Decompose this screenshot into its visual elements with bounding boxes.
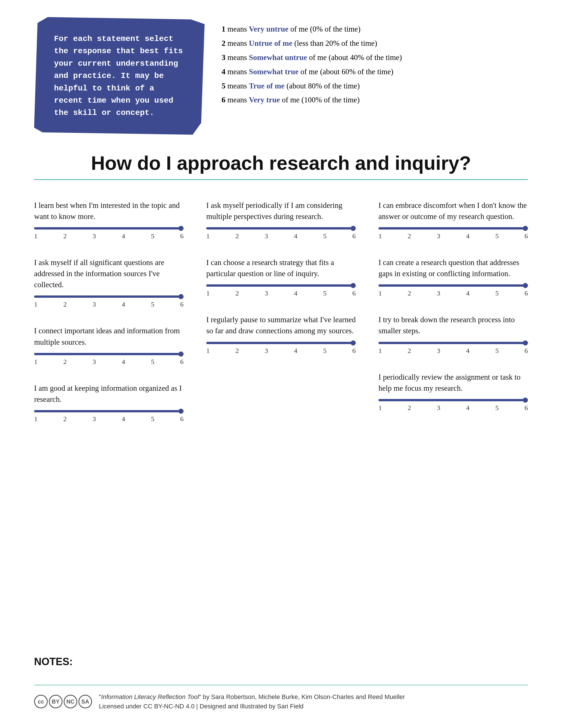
scale-label: 3 <box>437 289 440 297</box>
scale-item: 4 means Somewhat true of me (about 60% o… <box>222 65 528 78</box>
question-text: I can embrace discomfort when I don't kn… <box>378 200 528 222</box>
scale-label: 6 <box>524 232 528 240</box>
scale-bar-container[interactable]: 123456 <box>206 227 356 240</box>
scale-label: 6 <box>524 289 528 297</box>
scale-label: 2 <box>236 289 239 297</box>
scale-label: 6 <box>352 289 356 297</box>
scale-label: 1 <box>206 289 210 297</box>
scale-labels: 123456 <box>378 232 528 240</box>
scale-label: 4 <box>294 289 297 297</box>
question-block: I learn best when I'm interested in the … <box>34 200 184 240</box>
scale-track[interactable] <box>378 284 528 287</box>
column-3: I can embrace discomfort when I don't kn… <box>378 200 528 647</box>
scale-item: 6 means Very true of me (100% of the tim… <box>222 94 528 107</box>
notes-section: NOTES: <box>34 656 528 668</box>
scale-label: 5 <box>151 232 154 240</box>
question-block: I can create a research question that ad… <box>378 257 528 297</box>
scale-bar-container[interactable]: 123456 <box>34 353 184 366</box>
scale-label: 3 <box>93 301 96 308</box>
scale-label: 4 <box>122 232 125 240</box>
scale-bar-container[interactable]: 123456 <box>206 342 356 355</box>
by-icon: BY <box>49 695 63 708</box>
scale-bar-container[interactable]: 123456 <box>378 342 528 355</box>
scale-label: 5 <box>151 301 154 308</box>
question-text: I can create a research question that ad… <box>378 257 528 279</box>
scale-label: 5 <box>495 347 499 355</box>
scale-labels: 123456 <box>34 232 184 240</box>
scale-label: 5 <box>323 347 326 355</box>
scale-labels: 123456 <box>206 232 356 240</box>
footer-text: "Information Literacy Reflection Tool" b… <box>99 692 405 711</box>
scale-labels: 123456 <box>206 347 356 355</box>
question-block: I try to break down the research process… <box>378 314 528 354</box>
scale-track[interactable] <box>34 353 184 355</box>
question-text: I periodically review the assignment or … <box>378 372 528 394</box>
scale-item: 3 means Somewhat untrue of me (about 40%… <box>222 51 528 64</box>
scale-label: 2 <box>236 347 239 355</box>
scale-label: 2 <box>63 415 67 423</box>
scale-label: 3 <box>265 232 268 240</box>
question-block: I ask myself periodically if I am consid… <box>206 200 356 240</box>
scale-track[interactable] <box>378 342 528 344</box>
scale-bar-container[interactable]: 123456 <box>378 284 528 297</box>
scale-bar-container[interactable]: 123456 <box>378 227 528 240</box>
scale-label: 5 <box>151 415 154 423</box>
question-text: I try to break down the research process… <box>378 314 528 336</box>
scale-label: 1 <box>378 347 382 355</box>
question-block: I ask myself if all significant question… <box>34 257 184 308</box>
question-block: I am good at keeping information organiz… <box>34 383 184 423</box>
question-text: I ask myself periodically if I am consid… <box>206 200 356 222</box>
scale-labels: 123456 <box>378 404 528 412</box>
scale-label: 6 <box>352 347 356 355</box>
scale-label: 3 <box>437 404 440 412</box>
scale-bar-container[interactable]: 123456 <box>34 295 184 308</box>
scale-label: 6 <box>180 415 184 423</box>
scale-track[interactable] <box>378 399 528 401</box>
scale-bar-container[interactable]: 123456 <box>206 284 356 297</box>
scale-track[interactable] <box>206 284 356 287</box>
questions-grid: I learn best when I'm interested in the … <box>34 200 528 647</box>
column-1: I learn best when I'm interested in the … <box>34 200 184 647</box>
scale-track[interactable] <box>34 227 184 229</box>
scale-label: 4 <box>294 347 297 355</box>
question-text: I ask myself if all significant question… <box>34 257 184 290</box>
scale-track[interactable] <box>206 227 356 229</box>
scale-label: 1 <box>34 358 38 366</box>
scale-track[interactable] <box>34 410 184 412</box>
scale-label: 4 <box>122 415 125 423</box>
question-block: I connect important ideas and informatio… <box>34 325 184 365</box>
scale-bar-container[interactable]: 123456 <box>34 227 184 240</box>
scale-label: 3 <box>93 415 96 423</box>
scale-label: 5 <box>495 289 499 297</box>
scale-label: 4 <box>466 347 469 355</box>
scale-label: 6 <box>524 404 528 412</box>
scale-label: 4 <box>466 289 469 297</box>
scale-track[interactable] <box>34 295 184 298</box>
instruction-text: For each statement select the response t… <box>54 34 183 117</box>
question-text: I connect important ideas and informatio… <box>34 325 184 348</box>
scale-label: 1 <box>34 232 38 240</box>
scale-label: 1 <box>206 232 210 240</box>
question-block: I regularly pause to summarize what I've… <box>206 314 356 354</box>
scale-label: 4 <box>466 404 469 412</box>
scale-bar-container[interactable]: 123456 <box>34 410 184 423</box>
scale-label: 5 <box>495 232 499 240</box>
scale-label: 4 <box>122 301 125 308</box>
scale-bar-container[interactable]: 123456 <box>378 399 528 412</box>
scale-item: 1 means Very untrue of me (0% of the tim… <box>222 23 528 36</box>
question-text: I am good at keeping information organiz… <box>34 383 184 405</box>
scale-labels: 123456 <box>34 415 184 423</box>
scale-label: 3 <box>93 232 96 240</box>
scale-label: 2 <box>63 232 67 240</box>
scale-track[interactable] <box>206 342 356 344</box>
scale-track[interactable] <box>378 227 528 229</box>
scale-label: 5 <box>495 404 499 412</box>
scale-labels: 123456 <box>378 347 528 355</box>
scale-label: 2 <box>63 358 67 366</box>
scale-label: 6 <box>352 232 356 240</box>
notes-label: NOTES: <box>34 656 73 667</box>
question-block: I can choose a research strategy that fi… <box>206 257 356 297</box>
cc-license-icons: cc BY NC SA <box>34 695 92 708</box>
footer-line2: Licensed under CC BY-NC-ND 4.0 | Designe… <box>99 703 303 710</box>
page: For each statement select the response t… <box>0 0 562 728</box>
